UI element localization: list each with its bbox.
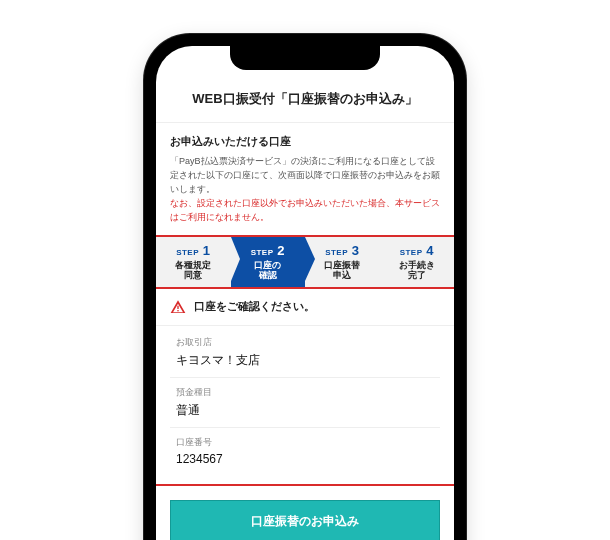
description-warning: なお、設定された口座以外でお申込みいただいた場合、本サービスはご利用になれません… (170, 198, 440, 222)
field-branch-value: キヨスマ！支店 (176, 352, 434, 369)
description-text: 「PayB払込票決済サービス」の決済にご利用になる口座として設定された以下の口座… (170, 156, 440, 194)
field-branch: お取引店 キヨスマ！支店 (170, 328, 440, 378)
apply-button[interactable]: 口座振替のお申込み (170, 500, 440, 540)
step-3-label: 口座振替申込 (307, 260, 378, 282)
step-2-label: 口座の確認 (233, 260, 304, 282)
step-3: STEP 3 口座振替申込 (305, 237, 380, 288)
alert-row: 口座をご確認ください。 (156, 289, 454, 326)
svg-rect-0 (177, 306, 178, 309)
account-fields: お取引店 キヨスマ！支店 預金種目 普通 口座番号 1234567 (156, 326, 454, 486)
section-heading: お申込みいただける口座 (156, 123, 454, 155)
phone-notch (230, 44, 380, 70)
phone-frame: WEB口振受付「口座振替のお申込み」 お申込みいただける口座 「PayB払込票決… (144, 34, 466, 540)
step-4-label: お手続き完了 (382, 260, 453, 282)
field-branch-label: お取引店 (176, 336, 434, 349)
app-content: WEB口振受付「口座振替のお申込み」 お申込みいただける口座 「PayB払込票決… (156, 46, 454, 540)
step-1-label: 各種規定同意 (158, 260, 229, 282)
field-account-type-label: 預金種目 (176, 386, 434, 399)
step-indicator: STEP 1 各種規定同意 STEP 2 口座の確認 STEP 3 口座振替申込… (156, 235, 454, 290)
description-block: 「PayB払込票決済サービス」の決済にご利用になる口座として設定された以下の口座… (156, 155, 454, 229)
page-title: WEB口振受付「口座振替のお申込み」 (156, 80, 454, 123)
step-1: STEP 1 各種規定同意 (156, 237, 231, 288)
svg-rect-1 (177, 310, 178, 311)
step-4: STEP 4 お手続き完了 (380, 237, 455, 288)
warning-icon (170, 299, 186, 315)
phone-screen: WEB口振受付「口座振替のお申込み」 お申込みいただける口座 「PayB払込票決… (156, 46, 454, 540)
step-2: STEP 2 口座の確認 (231, 237, 306, 288)
field-account-number: 口座番号 1234567 (170, 428, 440, 474)
field-account-number-label: 口座番号 (176, 436, 434, 449)
field-account-type-value: 普通 (176, 402, 434, 419)
alert-text: 口座をご確認ください。 (194, 300, 315, 314)
field-account-number-value: 1234567 (176, 452, 434, 466)
field-account-type: 預金種目 普通 (170, 378, 440, 428)
